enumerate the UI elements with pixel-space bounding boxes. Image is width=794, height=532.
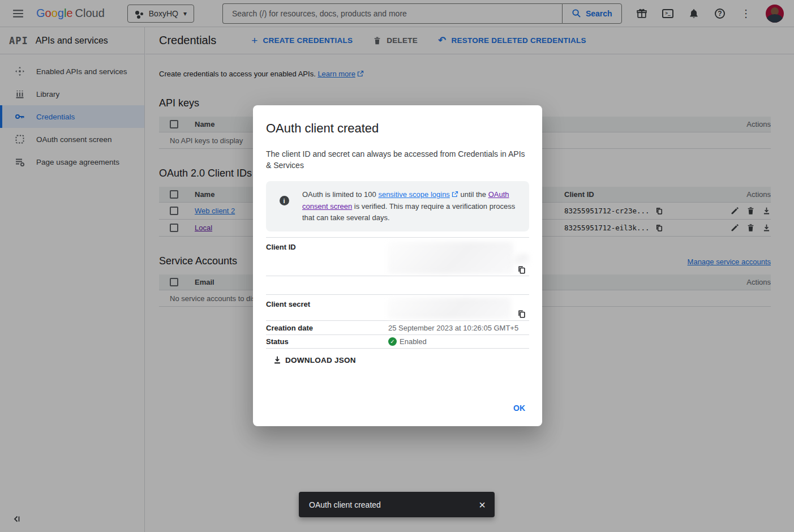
client-secret-row: Client secret xyxy=(266,294,529,320)
dialog-subtitle: The client ID and secret can always be a… xyxy=(253,136,542,171)
toast-message: OAuth client created xyxy=(309,500,381,509)
status-label: Status xyxy=(266,337,388,346)
sensitive-scope-logins-link[interactable]: sensitive scope logins xyxy=(378,190,449,199)
client-id-redacted-value xyxy=(388,242,513,274)
client-id-redacted-value xyxy=(512,254,529,264)
creation-date-row: Creation date 25 September 2023 at 10:26… xyxy=(266,320,529,334)
google-cloud-console: GoogleCloud BoxyHQ ▾ Search >_ ? ⋮ xyxy=(0,0,794,532)
copy-client-secret-icon[interactable] xyxy=(517,310,526,319)
oauth-client-created-dialog: OAuth client created The client ID and s… xyxy=(253,105,542,426)
copy-client-id-icon[interactable] xyxy=(517,265,526,274)
info-icon: i xyxy=(280,196,289,205)
oauth-limit-notice: i OAuth is limited to 100 sensitive scop… xyxy=(266,181,529,231)
creation-date-label: Creation date xyxy=(266,324,388,332)
client-id-row: Client ID xyxy=(266,237,529,276)
status-row: Status ✓ Enabled xyxy=(266,334,529,349)
status-value: Enabled xyxy=(400,337,427,346)
external-link-icon xyxy=(452,190,458,201)
dialog-title: OAuth client created xyxy=(253,105,542,136)
check-circle-icon: ✓ xyxy=(388,337,397,346)
ok-button[interactable]: OK xyxy=(509,400,530,416)
download-json-button[interactable]: DOWNLOAD JSON xyxy=(266,355,356,364)
snackbar-toast: OAuth client created × xyxy=(299,492,495,517)
download-icon xyxy=(273,355,282,364)
creation-date-value: 25 September 2023 at 10:26:05 GMT+5 xyxy=(388,324,518,332)
client-secret-redacted-value xyxy=(388,298,511,319)
close-icon[interactable]: × xyxy=(479,499,486,510)
